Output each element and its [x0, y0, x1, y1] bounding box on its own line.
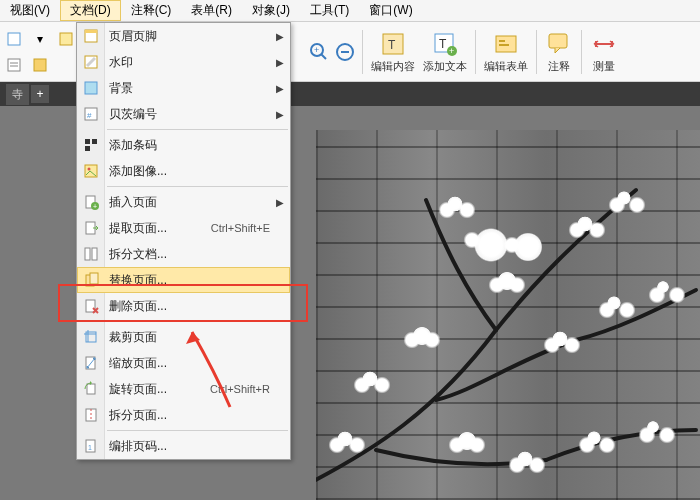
menu-separator	[107, 129, 288, 130]
rotate-page-icon	[82, 380, 100, 398]
dropdown-icon[interactable]: ▾	[28, 27, 52, 51]
menu-item-label: 添加图像...	[109, 163, 290, 180]
svg-rect-28	[85, 146, 90, 151]
svg-rect-0	[8, 33, 20, 45]
svg-text:+: +	[93, 203, 97, 210]
menu-number-pages[interactable]: 1 编排页码...	[77, 433, 290, 459]
submenu-arrow-icon: ▶	[276, 109, 284, 120]
menu-item-label: 页眉页脚	[109, 28, 290, 45]
svg-rect-44	[87, 384, 95, 394]
svg-text:#: #	[87, 111, 92, 120]
svg-text:+: +	[314, 45, 319, 55]
menu-item-label: 水印	[109, 54, 290, 71]
menu-objects[interactable]: 对象(J)	[242, 0, 300, 21]
menu-item-label: 删除页面...	[109, 298, 290, 315]
svg-rect-23	[85, 82, 97, 94]
menu-shortcut: Ctrl+Shift+E	[211, 222, 290, 234]
background-icon	[82, 79, 100, 97]
measure-label: 测量	[593, 59, 615, 74]
toolbar-btn-3[interactable]	[2, 53, 26, 77]
barcode-icon	[82, 136, 100, 154]
menu-item-label: 贝茨编号	[109, 106, 290, 123]
crop-page-icon	[82, 328, 100, 346]
menu-split-doc[interactable]: 拆分文档...	[77, 241, 290, 267]
svg-text:T: T	[388, 38, 396, 52]
edit-form-button[interactable]: 编辑表单	[484, 30, 528, 74]
menu-crop-pages[interactable]: 裁剪页面	[77, 324, 290, 350]
zoom-in-icon[interactable]: +	[307, 40, 331, 64]
svg-text:T: T	[439, 37, 447, 51]
svg-rect-38	[90, 273, 98, 284]
edit-content-label: 编辑内容	[371, 59, 415, 74]
menu-extract-pages[interactable]: 提取页面... Ctrl+Shift+E	[77, 215, 290, 241]
document-tab[interactable]: 寺	[6, 84, 29, 105]
menu-view[interactable]: 视图(V)	[0, 0, 60, 21]
menu-tools[interactable]: 工具(T)	[300, 0, 359, 21]
svg-text:1: 1	[88, 444, 92, 451]
svg-rect-3	[34, 59, 46, 71]
add-text-button[interactable]: T+ 添加文本	[423, 30, 467, 74]
menu-header-footer[interactable]: 页眉页脚 ▶	[77, 23, 290, 49]
edit-form-label: 编辑表单	[484, 59, 528, 74]
image-icon	[82, 162, 100, 180]
separator	[536, 30, 537, 74]
separator	[581, 30, 582, 74]
menu-rotate-pages[interactable]: 旋转页面... Ctrl+Shift+R	[77, 376, 290, 402]
svg-rect-20	[85, 30, 97, 33]
edit-content-button[interactable]: T 编辑内容	[371, 30, 415, 74]
menu-window[interactable]: 窗口(W)	[359, 0, 422, 21]
zoom-out-icon[interactable]	[333, 40, 357, 64]
split-doc-icon	[82, 245, 100, 263]
add-tab-button[interactable]: +	[31, 85, 49, 103]
add-text-label: 添加文本	[423, 59, 467, 74]
menu-split-pages[interactable]: 拆分页面...	[77, 402, 290, 428]
menu-insert-pages[interactable]: + 插入页面 ▶	[77, 189, 290, 215]
menu-item-label: 编排页码...	[109, 438, 290, 455]
submenu-arrow-icon: ▶	[276, 83, 284, 94]
toolbar-btn-2[interactable]	[54, 27, 78, 51]
annotate-button[interactable]: 注释	[545, 30, 573, 74]
separator	[362, 30, 363, 74]
menu-bates[interactable]: # 贝茨编号 ▶	[77, 101, 290, 127]
menu-comments[interactable]: 注释(C)	[121, 0, 182, 21]
menu-document[interactable]: 文档(D)	[60, 0, 121, 21]
menu-item-label: 拆分文档...	[109, 246, 290, 263]
toolbar-btn-1[interactable]	[2, 27, 26, 51]
menu-add-barcode[interactable]: 添加条码	[77, 132, 290, 158]
edit-content-icon: T	[379, 30, 407, 58]
document-menu-dropdown: 页眉页脚 ▶ 水印 ▶ 背景 ▶ # 贝茨编号 ▶ 添加条码 添加图像... +…	[76, 22, 291, 460]
add-text-icon: T+	[431, 30, 459, 58]
menu-watermark[interactable]: 水印 ▶	[77, 49, 290, 75]
toolbar-btn-4[interactable]	[28, 53, 52, 77]
menu-item-label: 裁剪页面	[109, 329, 290, 346]
menu-item-label: 旋转页面...	[109, 381, 210, 398]
extract-page-icon	[82, 219, 100, 237]
annotate-label: 注释	[548, 59, 570, 74]
number-pages-icon: 1	[82, 437, 100, 455]
menu-item-label: 插入页面	[109, 194, 290, 211]
svg-rect-18	[549, 34, 567, 48]
menu-delete-pages[interactable]: 删除页面...	[77, 293, 290, 319]
menu-forms[interactable]: 表单(R)	[181, 0, 242, 21]
menu-item-label: 拆分页面...	[109, 407, 290, 424]
menu-resize-pages[interactable]: 缩放页面...	[77, 350, 290, 376]
edit-form-icon	[492, 30, 520, 58]
menu-background[interactable]: 背景 ▶	[77, 75, 290, 101]
zoom-page-icon	[82, 354, 100, 372]
menu-replace-pages[interactable]: 替换页面...	[77, 267, 290, 293]
submenu-arrow-icon: ▶	[276, 197, 284, 208]
svg-rect-26	[85, 139, 90, 144]
measure-icon	[590, 30, 618, 58]
svg-rect-17	[499, 44, 509, 46]
svg-rect-1	[60, 33, 72, 45]
svg-rect-36	[92, 248, 97, 260]
menu-add-image[interactable]: 添加图像...	[77, 158, 290, 184]
menu-item-label: 添加条码	[109, 137, 290, 154]
bates-icon: #	[82, 105, 100, 123]
measure-button[interactable]: 测量	[590, 30, 618, 74]
svg-rect-39	[86, 300, 95, 312]
insert-page-icon: +	[82, 193, 100, 211]
watermark-icon	[82, 53, 100, 71]
header-footer-icon	[82, 27, 100, 45]
menu-item-label: 缩放页面...	[109, 355, 290, 372]
